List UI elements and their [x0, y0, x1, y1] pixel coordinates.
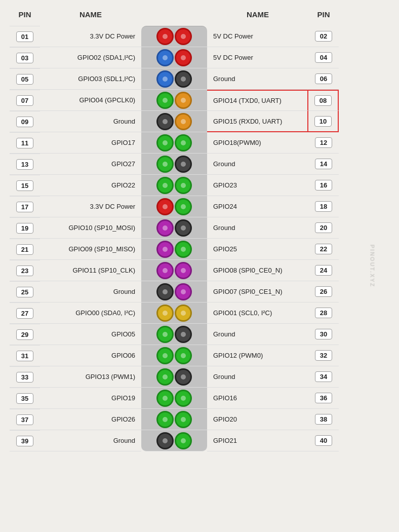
right-pin-cell: 38 — [308, 409, 339, 430]
right-pin-badge: 04 — [315, 52, 332, 63]
left-dot — [158, 434, 172, 448]
left-dot — [158, 327, 172, 341]
connector-dots — [141, 132, 207, 154]
right-pin-cell: 32 — [308, 345, 339, 366]
right-pin-name: Ground — [207, 68, 308, 90]
connector-dots — [141, 90, 207, 111]
right-pin-name: GPIO08 (SPI0_CE0_N) — [207, 260, 308, 281]
pin-row: 11GPIO17GPIO18(PWM0)12 — [10, 132, 389, 154]
left-pin-badge: 23 — [16, 265, 33, 276]
right-dot — [176, 391, 190, 405]
left-pin-name: Ground — [40, 430, 141, 451]
pin-row: 03GPIO02 (SDA1,I²C)5V DC Power04 — [10, 47, 389, 68]
left-pin-badge: 17 — [16, 202, 33, 212]
left-pin-name: GPIO26 — [40, 409, 141, 430]
right-pin-badge: 40 — [315, 435, 332, 446]
pin-row: 33GPIO13 (PWM1)Ground34 — [10, 366, 389, 388]
left-dot — [158, 115, 172, 129]
left-pin-name: GPIO04 (GPCLK0) — [40, 90, 141, 111]
pin-row: 05GPIO03 (SDL1,I²C)Ground06 — [10, 68, 389, 90]
left-pin-badge: 27 — [16, 308, 33, 319]
left-pin-badge: 13 — [16, 159, 33, 170]
left-pin-cell: 39 — [10, 430, 40, 451]
right-pin-cell: 40 — [308, 430, 339, 451]
right-dot — [176, 200, 190, 214]
left-pin-cell: 03 — [10, 47, 40, 68]
right-pin-cell: 12 — [308, 132, 339, 154]
right-pin-cell: 14 — [308, 154, 339, 175]
right-pin-name: Ground — [207, 324, 308, 345]
connector-dots — [141, 281, 207, 302]
left-pin-name: GPIO27 — [40, 154, 141, 175]
connector-dots — [141, 217, 207, 239]
right-dot — [176, 51, 190, 65]
left-pin-cell: 15 — [10, 175, 40, 196]
pin-row: 23GPIO11 (SP10_CLK)GPIO08 (SPI0_CE0_N)24 — [10, 260, 389, 281]
right-pin-name: GPIO15 (RXD0, UART) — [207, 111, 308, 132]
header-name-right: NAME — [207, 10, 308, 23]
right-dot — [176, 285, 190, 299]
right-pin-name: GPIO23 — [207, 175, 308, 196]
pin-row: 25GroundGPIO07 (SPI0_CE1_N)26 — [10, 281, 389, 302]
left-dot — [158, 306, 172, 320]
left-pin-name: GPIO09 (SP10_MISO) — [40, 239, 141, 260]
connector-dots — [141, 260, 207, 281]
left-pin-name: GPIO03 (SDL1,I²C) — [40, 68, 141, 90]
right-pin-name: GPIO25 — [207, 239, 308, 260]
connector-dots — [141, 26, 207, 47]
left-pin-cell: 23 — [10, 260, 40, 281]
right-pin-name: GPIO20 — [207, 409, 308, 430]
left-pin-badge: 35 — [16, 393, 33, 404]
left-pin-name: GPIO17 — [40, 132, 141, 154]
left-pin-cell: 01 — [10, 26, 40, 47]
left-dot — [158, 263, 172, 278]
left-pin-badge: 09 — [16, 117, 33, 127]
pin-rows: 013.3V DC Power5V DC Power0203GPIO02 (SD… — [10, 26, 389, 451]
right-pin-badge: 38 — [315, 414, 332, 425]
pin-row: 19GPIO10 (SP10_MOSI)Ground20 — [10, 217, 389, 239]
left-pin-badge: 33 — [16, 372, 33, 383]
right-pin-cell: 18 — [308, 196, 339, 217]
left-dot — [158, 51, 172, 65]
right-pin-badge: 34 — [315, 371, 332, 382]
right-pin-name: Ground — [207, 366, 308, 388]
left-pin-cell: 33 — [10, 366, 40, 388]
left-pin-badge: 29 — [16, 329, 33, 340]
right-dot — [176, 157, 190, 171]
right-pin-name: Ground — [207, 217, 308, 239]
left-dot — [158, 391, 172, 405]
left-pin-cell: 27 — [10, 302, 40, 324]
right-pin-badge: 22 — [315, 244, 332, 254]
right-pin-name: GPIO18(PWM0) — [207, 132, 308, 154]
connector-dots — [141, 47, 207, 68]
gpio-pinout-chart: PIN NAME NAME PIN 013.3V DC Power5V DC P… — [10, 10, 389, 451]
connector-dots — [141, 302, 207, 324]
pin-row: 15GPIO22GPIO2316 — [10, 175, 389, 196]
left-pin-cell: 25 — [10, 281, 40, 302]
left-pin-name: GPIO11 (SP10_CLK) — [40, 260, 141, 281]
left-dot — [158, 157, 172, 171]
connector-dots — [141, 68, 207, 90]
pin-row: 173.3V DC PowerGPIO2418 — [10, 196, 389, 217]
left-pin-badge: 07 — [16, 95, 33, 106]
right-pin-name: 5V DC Power — [207, 26, 308, 47]
right-dot — [176, 349, 190, 363]
right-dot — [176, 263, 190, 278]
right-pin-name: GPIO21 — [207, 430, 308, 451]
left-dot — [158, 72, 172, 86]
left-pin-badge: 19 — [16, 223, 33, 234]
pin-row: 39GroundGPIO2140 — [10, 430, 389, 451]
connector-dots — [141, 175, 207, 196]
right-pin-badge: 18 — [315, 201, 332, 212]
left-pin-badge: 21 — [16, 244, 33, 255]
left-pin-name: GPIO06 — [40, 345, 141, 366]
left-dot — [158, 349, 172, 363]
right-pin-cell: 30 — [308, 324, 339, 345]
right-pin-badge: 32 — [315, 350, 332, 361]
pin-row: 07GPIO04 (GPCLK0)GPIO14 (TXD0, UART)08 — [10, 90, 389, 111]
left-pin-cell: 11 — [10, 132, 40, 154]
left-pin-cell: 35 — [10, 388, 40, 409]
header-name-left: NAME — [40, 10, 141, 23]
left-dot — [158, 200, 172, 214]
left-pin-badge: 25 — [16, 287, 33, 297]
